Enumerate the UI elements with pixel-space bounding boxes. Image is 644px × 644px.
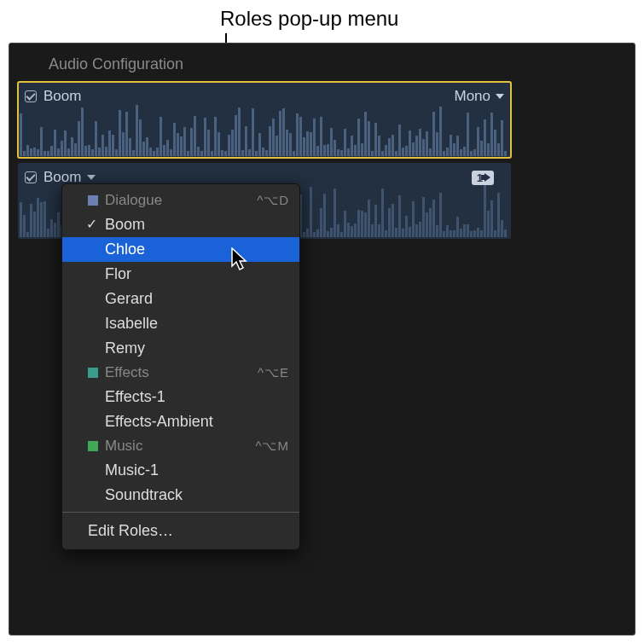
keyboard-shortcut: ^⌥M xyxy=(255,438,289,454)
role-color-swatch xyxy=(88,195,98,206)
subrole-item[interactable]: Music-1 xyxy=(62,458,299,483)
role-group-dialogue[interactable]: Dialogue^⌥D xyxy=(62,189,299,212)
menu-divider xyxy=(62,512,299,513)
subrole-item[interactable]: Gerard xyxy=(62,287,299,311)
track-enable-checkbox[interactable] xyxy=(25,171,37,183)
chevron-down-icon xyxy=(496,94,504,99)
edit-roles-item[interactable]: Edit Roles… xyxy=(62,517,299,545)
callout-label: Roles pop-up menu xyxy=(220,7,398,31)
role-group-label: Effects xyxy=(105,364,149,381)
subrole-item[interactable]: Remy xyxy=(62,336,299,361)
chevron-down-icon xyxy=(87,175,96,180)
channel-config-label: Mono xyxy=(454,88,490,105)
audio-track-1[interactable]: Boom Mono xyxy=(18,82,511,158)
waveform xyxy=(20,100,509,156)
subrole-item[interactable]: Effects-Ambient xyxy=(62,409,299,434)
subrole-item[interactable]: Flor xyxy=(62,262,299,287)
track-enable-checkbox[interactable] xyxy=(25,90,37,102)
subrole-item[interactable]: Isabelle xyxy=(62,311,299,336)
role-group-label: Dialogue xyxy=(105,192,162,209)
panel-title: Audio Configuration xyxy=(9,44,635,82)
subrole-item[interactable]: Effects-1 xyxy=(62,385,299,409)
component-badge[interactable]: 1 xyxy=(472,171,494,185)
subrole-item[interactable]: Boom xyxy=(62,212,299,237)
channel-config-dropdown[interactable]: Mono xyxy=(454,88,504,105)
roles-popup-menu[interactable]: Dialogue^⌥DBoomChloeFlorGerardIsabelleRe… xyxy=(61,183,300,550)
keyboard-shortcut: ^⌥E xyxy=(258,365,289,380)
track-name: Boom xyxy=(44,88,81,105)
subrole-item[interactable]: Chloe xyxy=(62,237,299,262)
keyboard-shortcut: ^⌥D xyxy=(257,193,289,208)
role-color-swatch xyxy=(88,441,98,451)
speaker-icon xyxy=(484,173,490,182)
role-group-effects[interactable]: Effects^⌥E xyxy=(62,361,299,385)
subrole-item[interactable]: Soundtrack xyxy=(62,483,299,508)
role-color-swatch xyxy=(88,368,98,378)
role-group-label: Music xyxy=(105,438,142,455)
role-group-music[interactable]: Music^⌥M xyxy=(62,434,299,458)
